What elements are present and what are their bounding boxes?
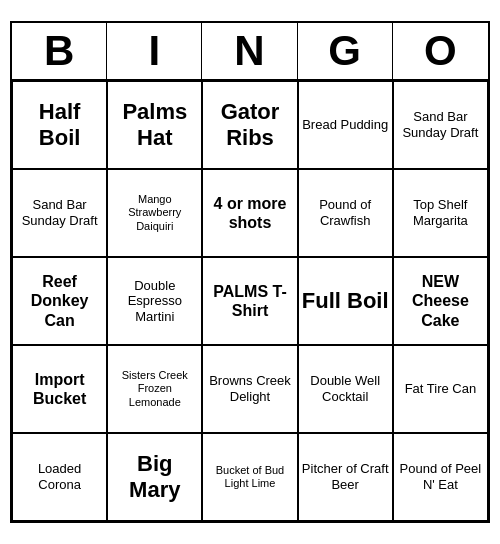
bingo-cell: PALMS T-Shirt [202,257,297,345]
bingo-cell: Bucket of Bud Light Lime [202,433,297,521]
cell-text: Pound of Peel N' Eat [397,461,484,492]
header-letter: G [298,23,393,79]
bingo-cell: Gator Ribs [202,81,297,169]
bingo-header: BINGO [12,23,488,81]
bingo-cell: Pound of Crawfish [298,169,393,257]
cell-text: Gator Ribs [206,99,293,152]
bingo-cell: Bread Pudding [298,81,393,169]
bingo-cell: Reef Donkey Can [12,257,107,345]
cell-text: Full Boil [302,288,389,314]
bingo-cell: Big Mary [107,433,202,521]
bingo-cell: 4 or more shots [202,169,297,257]
bingo-card: BINGO Half BoilPalms HatGator RibsBread … [10,21,490,523]
cell-text: Import Bucket [16,370,103,408]
bingo-cell: Fat Tire Can [393,345,488,433]
bingo-cell: Mango Strawberry Daiquiri [107,169,202,257]
header-letter: I [107,23,202,79]
cell-text: Pitcher of Craft Beer [302,461,389,492]
cell-text: Double Well Cocktail [302,373,389,404]
cell-text: Mango Strawberry Daiquiri [111,193,198,233]
bingo-cell: Half Boil [12,81,107,169]
header-letter: O [393,23,488,79]
bingo-cell: Full Boil [298,257,393,345]
bingo-cell: Sand Bar Sunday Draft [393,81,488,169]
cell-text: Reef Donkey Can [16,272,103,330]
cell-text: Browns Creek Delight [206,373,293,404]
bingo-cell: Import Bucket [12,345,107,433]
header-letter: N [202,23,297,79]
cell-text: 4 or more shots [206,194,293,232]
cell-text: Bread Pudding [302,117,389,133]
cell-text: Half Boil [16,99,103,152]
header-letter: B [12,23,107,79]
cell-text: NEW Cheese Cake [397,272,484,330]
bingo-cell: Double Well Cocktail [298,345,393,433]
cell-text: Palms Hat [111,99,198,152]
cell-text: Top Shelf Margarita [397,197,484,228]
bingo-cell: Palms Hat [107,81,202,169]
cell-text: Bucket of Bud Light Lime [206,464,293,490]
bingo-grid: Half BoilPalms HatGator RibsBread Puddin… [12,81,488,521]
cell-text: Double Espresso Martini [111,278,198,325]
cell-text: Sand Bar Sunday Draft [16,197,103,228]
cell-text: Big Mary [111,451,198,504]
bingo-cell: Sand Bar Sunday Draft [12,169,107,257]
bingo-cell: Browns Creek Delight [202,345,297,433]
cell-text: Sisters Creek Frozen Lemonade [111,369,198,409]
bingo-cell: Pound of Peel N' Eat [393,433,488,521]
bingo-cell: Top Shelf Margarita [393,169,488,257]
cell-text: Sand Bar Sunday Draft [397,109,484,140]
bingo-cell: Sisters Creek Frozen Lemonade [107,345,202,433]
cell-text: Pound of Crawfish [302,197,389,228]
cell-text: Loaded Corona [16,461,103,492]
cell-text: Fat Tire Can [397,381,484,397]
bingo-cell: Loaded Corona [12,433,107,521]
cell-text: PALMS T-Shirt [206,282,293,320]
bingo-cell: NEW Cheese Cake [393,257,488,345]
bingo-cell: Pitcher of Craft Beer [298,433,393,521]
bingo-cell: Double Espresso Martini [107,257,202,345]
